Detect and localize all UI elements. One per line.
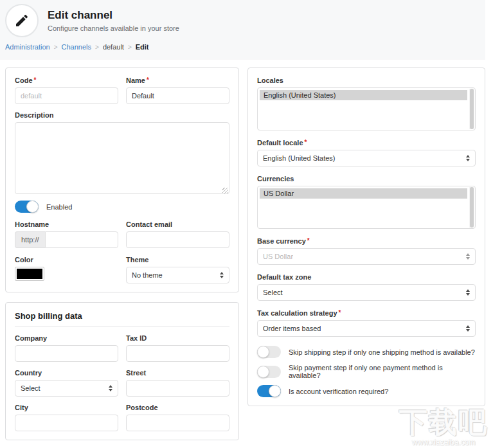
breadcrumb-default: default — [103, 43, 124, 51]
select-arrows-icon — [466, 253, 470, 260]
city-input[interactable] — [15, 415, 118, 431]
default-locale-select[interactable]: English (United States) — [257, 150, 476, 166]
company-label: Company — [15, 334, 118, 342]
locales-listbox[interactable]: English (United States) — [257, 87, 476, 130]
tax-calculation-strategy-label: Tax calculation strategy* — [257, 309, 476, 317]
breadcrumb-separator: > — [128, 44, 132, 51]
company-input[interactable] — [15, 345, 118, 362]
tax-id-input[interactable] — [126, 345, 229, 362]
postcode-label: Postcode — [126, 404, 229, 411]
breadcrumb-channels[interactable]: Channels — [62, 43, 91, 51]
account-verification-toggle[interactable] — [257, 385, 281, 397]
breadcrumb-administration[interactable]: Administration — [5, 43, 50, 51]
contact-email-input[interactable] — [126, 231, 229, 248]
hostname-prefix: http:// — [15, 231, 45, 248]
locales-label: Locales — [257, 76, 476, 84]
color-picker[interactable] — [15, 267, 44, 281]
base-currency-label: Base currency* — [257, 237, 476, 245]
select-arrows-icon — [466, 289, 470, 296]
page-title: Edit channel — [48, 9, 179, 22]
city-label: City — [15, 404, 118, 411]
skip-shipping-step-toggle[interactable] — [257, 346, 281, 358]
required-marker: * — [34, 76, 37, 84]
required-marker: * — [147, 76, 149, 84]
name-input[interactable] — [126, 87, 229, 104]
page-subtitle: Configure channels available in your sto… — [48, 24, 179, 32]
currencies-label: Currencies — [257, 175, 476, 183]
street-label: Street — [126, 369, 229, 377]
postcode-input[interactable] — [126, 415, 229, 431]
edit-channel-page: Edit channel Configure channels availabl… — [0, 0, 493, 448]
street-input[interactable] — [126, 380, 229, 397]
pencil-icon — [5, 4, 39, 37]
page-header: Edit channel Configure channels availabl… — [0, 0, 485, 60]
select-arrows-icon — [220, 272, 224, 278]
country-select[interactable]: Select — [15, 380, 118, 397]
channel-details-card: Code* Name* Description E — [5, 67, 239, 292]
color-label: Color — [15, 256, 118, 264]
required-marker: * — [339, 309, 341, 316]
select-arrows-icon — [466, 155, 470, 161]
tax-id-label: Tax ID — [126, 334, 229, 342]
skip-shipping-step-label: Skip shipping step if only one shipping … — [289, 348, 475, 356]
required-marker: * — [307, 237, 310, 244]
enabled-label: Enabled — [46, 203, 72, 211]
name-label: Name* — [126, 76, 229, 84]
country-label: Country — [15, 369, 118, 377]
breadcrumb-separator: > — [95, 44, 99, 51]
shop-billing-card: Shop billing data Company Tax ID Country… — [5, 302, 239, 440]
default-tax-zone-select[interactable]: Select — [257, 284, 476, 301]
theme-select[interactable]: No theme — [126, 267, 229, 283]
description-textarea[interactable] — [15, 122, 229, 194]
skip-payment-step-label: Skip payment step if only one payment me… — [289, 364, 476, 379]
default-locale-label: Default locale* — [257, 139, 476, 147]
locales-option-selected[interactable]: English (United States) — [260, 90, 467, 100]
breadcrumb-edit: Edit — [136, 43, 149, 51]
select-arrows-icon — [109, 385, 112, 391]
theme-label: Theme — [126, 256, 229, 264]
channel-settings-card: Locales English (United States) Default … — [247, 67, 485, 406]
currencies-option-selected[interactable]: US Dollar — [260, 188, 467, 199]
description-label: Description — [15, 111, 229, 119]
code-label: Code* — [15, 76, 118, 84]
enabled-toggle[interactable] — [15, 201, 39, 213]
listbox-scrollbar[interactable] — [469, 89, 474, 129]
hostname-input[interactable] — [45, 231, 118, 248]
skip-payment-step-toggle[interactable] — [257, 366, 281, 378]
select-arrows-icon — [466, 325, 470, 332]
color-swatch — [17, 269, 42, 279]
billing-card-title: Shop billing data — [15, 311, 229, 327]
hostname-label: Hostname — [15, 220, 118, 228]
contact-email-label: Contact email — [126, 220, 229, 228]
required-marker: * — [305, 139, 307, 146]
account-verification-label: Is account verification required? — [289, 388, 388, 395]
currencies-listbox[interactable]: US Dollar — [257, 186, 476, 229]
tax-calculation-strategy-select[interactable]: Order items based — [257, 320, 476, 337]
breadcrumb: Administration > Channels > default > Ed… — [5, 43, 485, 51]
breadcrumb-separator: > — [54, 44, 58, 51]
default-tax-zone-label: Default tax zone — [257, 273, 476, 281]
listbox-scrollbar[interactable] — [469, 187, 474, 228]
code-input[interactable] — [15, 87, 118, 104]
base-currency-select[interactable]: US Dollar — [257, 248, 476, 265]
